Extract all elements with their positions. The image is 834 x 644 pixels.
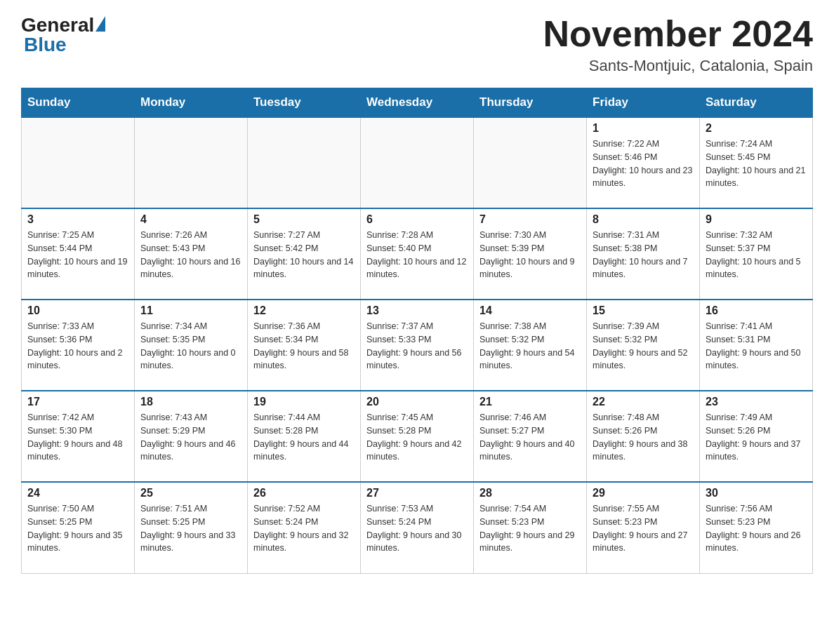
calendar-week-4: 17Sunrise: 7:42 AMSunset: 5:30 PMDayligh… [22, 391, 813, 482]
day-number: 26 [253, 487, 355, 499]
day-number: 3 [27, 213, 128, 226]
day-number: 4 [140, 213, 241, 226]
day-info: Sunrise: 7:32 AMSunset: 5:37 PMDaylight:… [706, 229, 807, 281]
day-number: 14 [479, 304, 581, 317]
day-info: Sunrise: 7:55 AMSunset: 5:23 PMDaylight:… [593, 502, 694, 555]
day-info: Sunrise: 7:56 AMSunset: 5:23 PMDaylight:… [706, 502, 807, 555]
calendar-cell: 15Sunrise: 7:39 AMSunset: 5:32 PMDayligh… [587, 300, 700, 391]
calendar-cell: 20Sunrise: 7:45 AMSunset: 5:28 PMDayligh… [361, 391, 474, 482]
calendar-cell: 22Sunrise: 7:48 AMSunset: 5:26 PMDayligh… [587, 391, 700, 482]
day-number: 25 [140, 487, 241, 499]
calendar-cell: 18Sunrise: 7:43 AMSunset: 5:29 PMDayligh… [135, 391, 248, 482]
day-number: 8 [593, 213, 694, 226]
day-number: 30 [706, 487, 807, 499]
location-title: Sants-Montjuic, Catalonia, Spain [543, 57, 813, 75]
calendar-cell: 9Sunrise: 7:32 AMSunset: 5:37 PMDaylight… [700, 208, 813, 300]
weekday-header-monday: Monday [135, 88, 248, 118]
day-number: 19 [253, 396, 355, 408]
calendar-cell: 26Sunrise: 7:52 AMSunset: 5:24 PMDayligh… [248, 482, 361, 573]
calendar-week-2: 3Sunrise: 7:25 AMSunset: 5:44 PMDaylight… [22, 208, 813, 300]
calendar-cell: 14Sunrise: 7:38 AMSunset: 5:32 PMDayligh… [474, 300, 587, 391]
day-info: Sunrise: 7:50 AMSunset: 5:25 PMDaylight:… [27, 502, 128, 555]
day-number: 24 [27, 487, 128, 499]
calendar-week-3: 10Sunrise: 7:33 AMSunset: 5:36 PMDayligh… [22, 300, 813, 391]
day-info: Sunrise: 7:42 AMSunset: 5:30 PMDaylight:… [27, 411, 128, 464]
calendar-cell: 29Sunrise: 7:55 AMSunset: 5:23 PMDayligh… [587, 482, 700, 573]
month-title: November 2024 [543, 14, 813, 54]
calendar-cell: 13Sunrise: 7:37 AMSunset: 5:33 PMDayligh… [361, 300, 474, 391]
day-number: 11 [140, 304, 241, 317]
calendar-cell: 7Sunrise: 7:30 AMSunset: 5:39 PMDaylight… [474, 208, 587, 300]
day-number: 29 [593, 487, 694, 499]
calendar-cell: 30Sunrise: 7:56 AMSunset: 5:23 PMDayligh… [700, 482, 813, 573]
day-number: 7 [479, 213, 581, 226]
day-info: Sunrise: 7:36 AMSunset: 5:34 PMDaylight:… [253, 320, 355, 373]
weekday-header-friday: Friday [587, 88, 700, 118]
title-block: November 2024 Sants-Montjuic, Catalonia,… [543, 14, 813, 75]
weekday-header-thursday: Thursday [474, 88, 587, 118]
logo: General Blue [21, 14, 107, 56]
calendar-cell: 21Sunrise: 7:46 AMSunset: 5:27 PMDayligh… [474, 391, 587, 482]
day-info: Sunrise: 7:53 AMSunset: 5:24 PMDaylight:… [366, 502, 468, 555]
day-number: 15 [593, 304, 694, 317]
day-info: Sunrise: 7:30 AMSunset: 5:39 PMDaylight:… [479, 229, 581, 281]
day-info: Sunrise: 7:38 AMSunset: 5:32 PMDaylight:… [479, 320, 581, 373]
day-number: 9 [706, 213, 807, 226]
day-info: Sunrise: 7:22 AMSunset: 5:46 PMDaylight:… [593, 137, 694, 190]
day-info: Sunrise: 7:34 AMSunset: 5:35 PMDaylight:… [140, 320, 241, 373]
calendar-cell: 1Sunrise: 7:22 AMSunset: 5:46 PMDaylight… [587, 117, 700, 208]
day-info: Sunrise: 7:49 AMSunset: 5:26 PMDaylight:… [706, 411, 807, 464]
day-info: Sunrise: 7:31 AMSunset: 5:38 PMDaylight:… [593, 229, 694, 281]
day-number: 21 [479, 396, 581, 408]
day-number: 16 [706, 304, 807, 317]
day-info: Sunrise: 7:26 AMSunset: 5:43 PMDaylight:… [140, 229, 241, 281]
day-info: Sunrise: 7:43 AMSunset: 5:29 PMDaylight:… [140, 411, 241, 464]
day-info: Sunrise: 7:45 AMSunset: 5:28 PMDaylight:… [366, 411, 468, 464]
day-info: Sunrise: 7:44 AMSunset: 5:28 PMDaylight:… [253, 411, 355, 464]
day-number: 6 [366, 213, 468, 226]
calendar-week-1: 1Sunrise: 7:22 AMSunset: 5:46 PMDaylight… [22, 117, 813, 208]
day-info: Sunrise: 7:46 AMSunset: 5:27 PMDaylight:… [479, 411, 581, 464]
day-number: 28 [479, 487, 581, 499]
day-number: 5 [253, 213, 355, 226]
calendar-cell: 4Sunrise: 7:26 AMSunset: 5:43 PMDaylight… [135, 208, 248, 300]
day-info: Sunrise: 7:48 AMSunset: 5:26 PMDaylight:… [593, 411, 694, 464]
calendar-cell: 25Sunrise: 7:51 AMSunset: 5:25 PMDayligh… [135, 482, 248, 573]
calendar-cell [248, 117, 361, 208]
calendar-cell: 28Sunrise: 7:54 AMSunset: 5:23 PMDayligh… [474, 482, 587, 573]
page-header: General Blue November 2024 Sants-Montjui… [21, 14, 813, 75]
day-number: 10 [27, 304, 128, 317]
day-number: 18 [140, 396, 241, 408]
calendar-cell: 5Sunrise: 7:27 AMSunset: 5:42 PMDaylight… [248, 208, 361, 300]
day-info: Sunrise: 7:52 AMSunset: 5:24 PMDaylight:… [253, 502, 355, 555]
logo-blue-text: Blue [24, 34, 67, 55]
calendar-cell: 6Sunrise: 7:28 AMSunset: 5:40 PMDaylight… [361, 208, 474, 300]
calendar-cell: 19Sunrise: 7:44 AMSunset: 5:28 PMDayligh… [248, 391, 361, 482]
calendar-cell: 27Sunrise: 7:53 AMSunset: 5:24 PMDayligh… [361, 482, 474, 573]
weekday-header-row: SundayMondayTuesdayWednesdayThursdayFrid… [22, 88, 813, 118]
calendar-cell [135, 117, 248, 208]
day-number: 2 [706, 122, 807, 135]
day-number: 12 [253, 304, 355, 317]
day-number: 13 [366, 304, 468, 317]
calendar-table: SundayMondayTuesdayWednesdayThursdayFrid… [21, 88, 813, 574]
calendar-cell: 23Sunrise: 7:49 AMSunset: 5:26 PMDayligh… [700, 391, 813, 482]
day-info: Sunrise: 7:39 AMSunset: 5:32 PMDaylight:… [593, 320, 694, 373]
calendar-week-5: 24Sunrise: 7:50 AMSunset: 5:25 PMDayligh… [22, 482, 813, 573]
calendar-cell: 11Sunrise: 7:34 AMSunset: 5:35 PMDayligh… [135, 300, 248, 391]
day-info: Sunrise: 7:24 AMSunset: 5:45 PMDaylight:… [706, 137, 807, 190]
day-info: Sunrise: 7:41 AMSunset: 5:31 PMDaylight:… [706, 320, 807, 373]
calendar-cell: 16Sunrise: 7:41 AMSunset: 5:31 PMDayligh… [700, 300, 813, 391]
calendar-cell: 24Sunrise: 7:50 AMSunset: 5:25 PMDayligh… [22, 482, 135, 573]
calendar-cell: 8Sunrise: 7:31 AMSunset: 5:38 PMDaylight… [587, 208, 700, 300]
day-number: 27 [366, 487, 468, 499]
calendar-cell: 3Sunrise: 7:25 AMSunset: 5:44 PMDaylight… [22, 208, 135, 300]
weekday-header-sunday: Sunday [22, 88, 135, 118]
day-info: Sunrise: 7:28 AMSunset: 5:40 PMDaylight:… [366, 229, 468, 281]
day-number: 23 [706, 396, 807, 408]
calendar-cell [474, 117, 587, 208]
weekday-header-wednesday: Wednesday [361, 88, 474, 118]
calendar-cell: 10Sunrise: 7:33 AMSunset: 5:36 PMDayligh… [22, 300, 135, 391]
calendar-cell [22, 117, 135, 208]
day-info: Sunrise: 7:27 AMSunset: 5:42 PMDaylight:… [253, 229, 355, 281]
